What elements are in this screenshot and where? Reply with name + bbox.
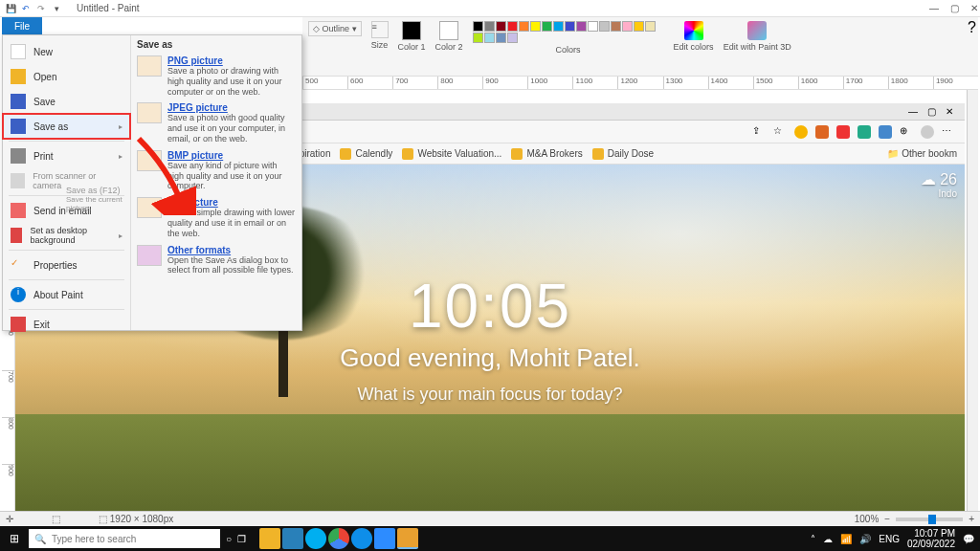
palette-swatch[interactable] (507, 33, 518, 43)
save-as-png[interactable]: PNG pictureSave a photo or drawing with … (137, 55, 296, 97)
notifications-icon[interactable]: 💬 (963, 534, 974, 544)
colors-label: Colors (556, 45, 581, 55)
app-skype-icon[interactable] (305, 528, 326, 549)
ext5-icon[interactable] (879, 125, 892, 139)
ribbon-color1[interactable]: Color 1 (398, 21, 426, 52)
bookmark-item[interactable]: Calendly (340, 148, 392, 160)
cursor-pos-icon: ✛ (6, 514, 13, 524)
file-properties[interactable]: ✓Properties (3, 253, 130, 277)
qat-redo-icon[interactable]: ↷ (34, 2, 48, 15)
palette-swatch[interactable] (576, 21, 587, 32)
horizontal-ruler: 5006007008009001000110012001300140015001… (302, 77, 978, 90)
minimize-button[interactable]: — (929, 3, 939, 13)
focus-prompt[interactable]: What is your main focus for today? (357, 385, 622, 405)
save-as-other[interactable]: Other formatsOpen the Save As dialog box… (137, 245, 296, 276)
palette-swatch[interactable] (473, 21, 483, 32)
bookmark-item[interactable]: Website Valuation... (402, 148, 501, 160)
share-icon[interactable]: ⇪ (752, 125, 766, 139)
help-icon[interactable]: ? (968, 19, 976, 36)
palette-swatch[interactable] (484, 21, 495, 32)
ribbon: ◇ Outline ▾ ≡Size Color 1 Color 2 Colors… (302, 17, 978, 77)
ext1-icon[interactable] (794, 125, 808, 139)
app-paint-icon[interactable] (397, 528, 418, 549)
palette-swatch[interactable] (588, 21, 598, 32)
zoom-in-button[interactable]: + (969, 514, 974, 524)
qat-save-icon[interactable]: 💾 (4, 2, 17, 15)
paint-status-bar: ✛ ⬚ ⬚ 1920 × 1080px 100% − + (0, 511, 980, 526)
app-zoom-icon[interactable] (374, 528, 395, 549)
palette-swatch[interactable] (599, 21, 610, 32)
file-new[interactable]: New (3, 39, 130, 64)
palette-swatch[interactable] (634, 21, 644, 32)
palette-swatch[interactable] (496, 21, 506, 32)
tray-volume-icon[interactable]: 🔊 (859, 534, 871, 544)
palette-swatch[interactable] (611, 21, 621, 32)
other-bookmarks[interactable]: 📁 Other bookm (887, 148, 957, 159)
save-as-gif[interactable]: GIF pictureSave a simple drawing with lo… (137, 197, 296, 238)
app-explorer-icon[interactable] (259, 528, 280, 549)
app-edge-icon[interactable] (282, 528, 303, 549)
palette-swatch[interactable] (565, 21, 575, 32)
tray-chevron-icon[interactable]: ˄ (811, 534, 815, 544)
task-view-icon[interactable]: ❐ (237, 534, 246, 544)
file-open[interactable]: Open (3, 64, 130, 89)
file-scanner: From scanner or camera (3, 168, 130, 193)
ribbon-color2[interactable]: Color 2 (435, 21, 463, 52)
palette-swatch[interactable] (496, 33, 506, 43)
zoom-slider[interactable] (896, 518, 963, 521)
close-button[interactable]: ✕ (970, 3, 978, 13)
ribbon-size[interactable]: ≡Size (371, 21, 389, 50)
ext3-icon[interactable] (836, 125, 850, 139)
taskbar-clock[interactable]: 10:07 PM 02/09/2022 (907, 528, 955, 549)
ext4-icon[interactable] (858, 125, 871, 139)
save-as-hint-desc: Save the current picture. (66, 196, 125, 213)
palette-swatch[interactable] (542, 21, 552, 32)
edit-colors-button[interactable]: Edit colors (674, 21, 714, 52)
qat-customize-icon[interactable]: ▾ (50, 2, 63, 15)
edge-maximize[interactable]: ▢ (927, 106, 936, 117)
palette-swatch[interactable] (530, 21, 541, 32)
file-tab[interactable]: File (2, 17, 42, 34)
save-as-jpeg[interactable]: JPEG pictureSave a photo with good quali… (137, 102, 296, 143)
app-chrome-icon[interactable] (328, 528, 349, 549)
palette-swatch[interactable] (519, 21, 529, 32)
edge-menu-icon[interactable]: ⋯ (942, 125, 955, 139)
palette-swatch[interactable] (484, 33, 495, 43)
app-teamviewer-icon[interactable] (351, 528, 372, 549)
file-print[interactable]: Print▸ Save as (F12) Save the current pi… (3, 143, 130, 168)
file-save[interactable]: Save (3, 89, 130, 114)
file-exit[interactable]: Exit (3, 312, 130, 337)
color-palette[interactable] (473, 21, 664, 43)
ext2-icon[interactable] (815, 125, 829, 139)
tray-language[interactable]: ENG (879, 534, 900, 544)
edge-close[interactable]: ✕ (946, 106, 953, 117)
file-save-as[interactable]: Save as▸ (3, 114, 130, 139)
zoom-out-button[interactable]: − (884, 514, 890, 524)
save-as-heading: Save as (137, 39, 296, 50)
palette-swatch[interactable] (507, 21, 518, 32)
qat-undo-icon[interactable]: ↶ (19, 2, 33, 15)
tray-wifi-icon[interactable]: 📶 (840, 534, 852, 544)
file-set-background[interactable]: Set as desktop background▸ (3, 223, 130, 248)
weather-widget[interactable]: ☁ 26 Indo (921, 170, 957, 199)
maximize-button[interactable]: ▢ (950, 3, 959, 13)
palette-swatch[interactable] (473, 33, 483, 43)
favorite-icon[interactable]: ☆ (773, 125, 787, 139)
vertical-scrollbar[interactable] (967, 90, 978, 511)
palette-swatch[interactable] (622, 21, 633, 32)
profile-avatar[interactable] (921, 125, 934, 139)
bookmark-item[interactable]: M&A Brokers (511, 148, 582, 160)
ribbon-outline[interactable]: ◇ Outline ▾ (308, 21, 362, 36)
start-button[interactable]: ⊞ (0, 532, 29, 545)
taskbar-search[interactable]: 🔍 Type here to search (29, 529, 220, 548)
palette-swatch[interactable] (645, 21, 656, 32)
file-about[interactable]: iAbout Paint (3, 282, 130, 307)
tray-onedrive-icon[interactable]: ☁ (823, 534, 833, 544)
save-as-bmp[interactable]: BMP pictureSave any kind of picture with… (137, 150, 296, 191)
edge-minimize[interactable]: — (908, 106, 918, 117)
palette-swatch[interactable] (553, 21, 564, 32)
paint-3d-button[interactable]: Edit with Paint 3D (724, 21, 791, 52)
collections-icon[interactable]: ⊕ (900, 125, 913, 139)
cortana-icon[interactable]: ○ (226, 534, 232, 544)
bookmark-item[interactable]: Daily Dose (592, 148, 654, 160)
